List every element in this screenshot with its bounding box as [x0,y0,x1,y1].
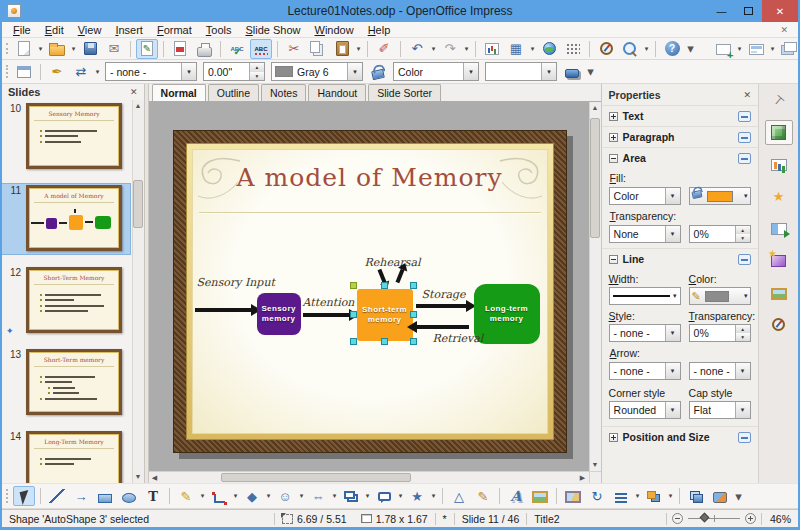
redo-icon[interactable]: ↷ [439,39,461,59]
open-document-icon[interactable] [46,39,68,59]
connector-dropdown-icon[interactable]: ▾ [231,492,240,500]
deck-slide-transition-icon[interactable] [765,216,793,241]
zoom-in-icon[interactable] [745,513,756,524]
spellcheck-icon[interactable]: ABC [226,39,248,59]
expand-icon[interactable] [609,133,618,142]
slide-thumbnail-11[interactable]: 11A model of Memory [2,184,130,254]
undo-icon[interactable]: ↶ [406,39,428,59]
line-style-select[interactable]: - none - [105,62,197,81]
flowcharts-dropdown-icon[interactable]: ▾ [363,492,372,500]
arrow-attention[interactable] [303,313,349,317]
arrow-end-select[interactable]: - none - [689,362,751,380]
fontwork-gallery-icon[interactable]: A [505,486,527,506]
rectangle-icon[interactable] [94,486,116,506]
selection-handle[interactable] [350,311,357,318]
menu-tools[interactable]: Tools [199,23,239,37]
slide-thumbnail-14[interactable]: 14Long-Term Memory [2,430,130,483]
slide-layout-dropdown-icon[interactable]: ▾ [768,45,777,53]
scrollbar-thumb[interactable] [133,180,143,228]
selection-handle[interactable] [381,338,388,345]
deck-master-pages-icon[interactable] [765,152,793,177]
dropdown-icon[interactable]: ▾ [744,292,748,300]
section-paragraph[interactable]: Paragraph [602,126,759,147]
basic-shapes-dropdown-icon[interactable]: ▾ [264,492,273,500]
arrange-dropdown-icon[interactable]: ▾ [666,492,675,500]
arrange-icon[interactable] [643,486,665,506]
section-detach-icon[interactable] [738,432,751,443]
edit-points-icon[interactable]: △ [448,486,470,506]
scroll-left-icon[interactable]: ◀ [149,472,161,484]
text-icon[interactable]: T [142,486,164,506]
menu-edit[interactable]: Edit [38,23,71,37]
new-document-icon[interactable] [13,39,35,59]
zoom-slider[interactable] [667,513,761,524]
cut-icon[interactable]: ✂ [283,39,305,59]
selection-handle[interactable] [381,282,388,289]
arrow-storage[interactable] [416,304,466,308]
selection-handle[interactable] [410,311,417,318]
line-dialog-icon[interactable]: ✒ [46,62,68,82]
slide-thumbnail-13[interactable]: 13Short-Term memory [2,348,130,418]
section-line[interactable]: Line [602,248,759,269]
format-paintbrush-icon[interactable]: ✐ [373,39,395,59]
arrowheads-icon[interactable]: ⇄ [70,62,92,82]
symbol-shapes-icon[interactable]: ☺ [274,486,296,506]
line-color-select[interactable]: Gray 6 [271,62,363,81]
zoom-dropdown-icon[interactable]: ▾ [642,45,651,53]
dropdown-icon[interactable] [665,325,680,341]
open-document-dropdown-icon[interactable]: ▾ [69,45,78,53]
corner-style-select[interactable]: Rounded [609,401,681,419]
label-rehearsal[interactable]: Rehearsal [365,256,421,269]
scroll-down-icon[interactable]: ▼ [589,459,601,471]
dropdown-icon[interactable] [665,363,680,379]
slide-thumbnail-12[interactable]: ✦12Short-Term Memory [2,266,130,336]
section-detach-icon[interactable] [738,111,751,122]
tab-handout[interactable]: Handout [308,84,366,101]
scrollbar-thumb[interactable] [221,473,411,482]
close-document-icon[interactable]: ✕ [774,25,794,35]
tab-outline[interactable]: Outline [208,84,259,101]
shadow-icon[interactable] [561,62,583,82]
section-area[interactable]: Area [602,147,759,168]
paste-icon[interactable] [331,39,353,59]
section-text[interactable]: Text [602,105,759,126]
block-arrows-icon[interactable]: ⇔ [307,486,329,506]
minimize-button[interactable]: — [708,0,735,22]
zoom-out-icon[interactable] [672,513,683,524]
arrow-sensory-input[interactable] [195,308,251,312]
cap-style-select[interactable]: Flat [689,401,751,419]
box-sensory-memory[interactable]: Sensory memory [257,293,301,335]
insert-table-dropdown-icon[interactable]: ▾ [528,45,537,53]
interaction-icon[interactable] [709,486,731,506]
email-icon[interactable]: ✉ [103,39,125,59]
curve-icon[interactable]: ✎ [175,486,197,506]
edit-file-icon[interactable]: ✎ [136,39,158,59]
arrow-icon[interactable]: → [70,486,92,506]
toolbar-options-icon[interactable]: ▾ [685,39,696,59]
deck-styles-and-formatting-icon[interactable] [765,248,793,273]
fill-color-button[interactable]: ▾ [689,187,751,205]
line-color-dropdown-icon[interactable] [347,63,362,80]
deck-gallery-icon[interactable] [765,280,793,305]
selection-handle[interactable] [410,338,417,345]
properties-close-icon[interactable]: ✕ [744,90,752,100]
expand-icon[interactable] [609,433,618,442]
hyperlink-icon[interactable] [538,39,560,59]
zoom-icon[interactable] [619,39,641,59]
line-toolbar-options-icon[interactable]: ▾ [585,62,596,82]
arrow-retrieval[interactable] [417,325,469,329]
arrow-rehearsal-out[interactable] [395,269,404,283]
curve-dropdown-icon[interactable]: ▾ [198,492,207,500]
label-attention[interactable]: Attention [303,296,355,309]
scroll-right-icon[interactable]: ▶ [577,472,589,484]
stars-icon[interactable]: ★ [406,486,428,506]
basic-shapes-icon[interactable]: ◆ [241,486,263,506]
slide-thumbnail-10[interactable]: 10Sensory Memory [2,102,130,172]
label-sensory-input[interactable]: Sensory Input [197,276,275,289]
zoom-track[interactable] [688,518,740,519]
save-icon[interactable] [79,39,101,59]
redo-dropdown-icon[interactable]: ▾ [462,45,471,53]
scrollbar-thumb[interactable] [590,118,600,238]
transparency-type-select[interactable]: None [609,225,681,243]
collapse-icon[interactable] [609,255,618,264]
